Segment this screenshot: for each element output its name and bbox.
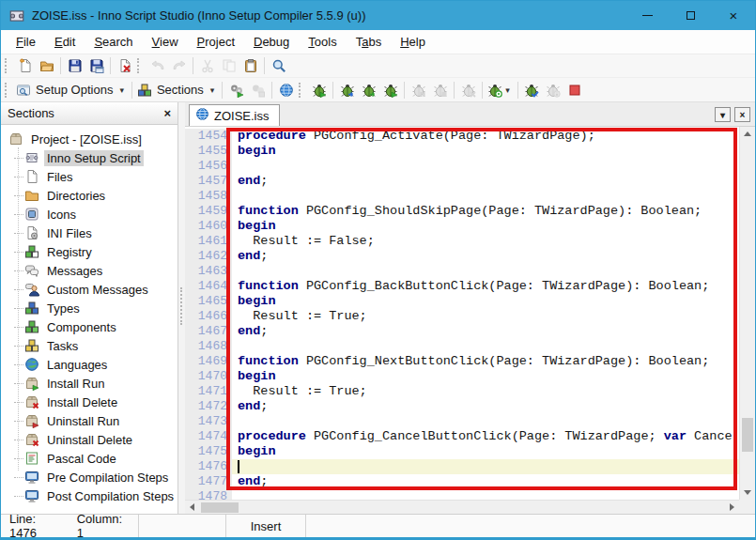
sidebar-item-uninstall-run[interactable]: Uninstall Run xyxy=(1,411,177,430)
toolbar-separator xyxy=(332,82,333,99)
code-text: Result := True; xyxy=(232,309,739,324)
toolbar-button-label: Sections xyxy=(157,83,204,97)
code-editor[interactable]: 1454procedure PGConfig_Activate(Page: TW… xyxy=(185,127,755,514)
toolbar-separator xyxy=(264,57,265,74)
sidebar-item-languages[interactable]: Languages xyxy=(1,355,177,374)
horizontal-scroll-thumb[interactable] xyxy=(201,502,239,513)
sections-cubes-button[interactable]: Sections▾ xyxy=(135,79,219,100)
open-folder-icon xyxy=(39,58,54,73)
line-number: 1470 xyxy=(185,369,232,384)
tree-item-label: Languages xyxy=(44,357,110,373)
sidebar-item-pre-compilation-steps[interactable]: Pre Compilation Steps xyxy=(1,468,177,486)
code-text xyxy=(232,339,739,354)
toggle-breakpoint-bug-button[interactable] xyxy=(521,79,543,100)
code-line-1466: 1466 Result := True; xyxy=(185,309,739,324)
panel-splitter[interactable] xyxy=(178,102,185,514)
menu-file[interactable]: File xyxy=(7,31,45,53)
menu-debug[interactable]: Debug xyxy=(244,31,299,53)
code-text: begin xyxy=(232,444,739,459)
tree-connector xyxy=(14,308,23,309)
scroll-left-arrow[interactable] xyxy=(185,501,199,515)
sidebar-item-custom-messages[interactable]: Custom Messages xyxy=(1,280,177,299)
save-as-icon xyxy=(89,58,104,73)
scroll-down-arrow[interactable] xyxy=(740,486,754,500)
menu-project[interactable]: Project xyxy=(188,31,244,53)
languages-globe-icon xyxy=(24,357,44,372)
horizontal-scrollbar[interactable] xyxy=(185,500,739,514)
toolbar-separator xyxy=(222,82,223,99)
run-to-cursor-bug-button[interactable] xyxy=(379,79,401,100)
sidebar-item-pascal-code[interactable]: Pascal Code xyxy=(1,449,177,468)
tree-item-label: Pascal Code xyxy=(44,451,119,467)
run-to-cursor-bug-icon xyxy=(383,83,398,98)
menu-help[interactable]: Help xyxy=(391,31,435,53)
toolbar-separator xyxy=(271,82,272,99)
sidebar-item-tasks[interactable]: Tasks xyxy=(1,336,177,355)
sidebar-item-components[interactable]: Components xyxy=(1,317,177,336)
sections-panel-close-icon[interactable]: × xyxy=(163,107,171,119)
code-text: function PGConfig_BackButtonClick(Page: … xyxy=(232,279,739,294)
compile-gears-button[interactable] xyxy=(225,79,247,100)
sidebar-item-icons[interactable]: Icons xyxy=(1,205,177,224)
menu-tabs[interactable]: Tabs xyxy=(347,31,391,53)
sidebar-item-inno-setup-script[interactable]: Inno Setup Script xyxy=(1,148,177,167)
maximize-button[interactable] xyxy=(669,1,712,30)
setup-options-button[interactable]: Setup Options▾ xyxy=(14,79,129,100)
minimize-button[interactable] xyxy=(625,1,669,30)
tree-item-label: Pre Compilation Steps xyxy=(44,470,171,486)
sidebar-item-project-zoise-iss[interactable]: Project - [ZOISE.iss] xyxy=(1,130,177,148)
tree-item-label: Uninstall Run xyxy=(44,413,122,429)
sidebar-item-install-run[interactable]: Install Run xyxy=(1,374,177,393)
sidebar-item-types[interactable]: Types xyxy=(1,299,177,317)
sidebar-item-install-delete[interactable]: Install Delete xyxy=(1,393,177,411)
tab-label: ZOISE.iss xyxy=(214,109,270,123)
menu-search[interactable]: Search xyxy=(85,31,142,53)
find-button[interactable] xyxy=(268,55,289,77)
chevron-down-icon: ▾ xyxy=(720,110,725,120)
vertical-scrollbar[interactable] xyxy=(739,127,755,500)
vertical-scroll-thumb[interactable] xyxy=(742,418,753,452)
line-number: 1456 xyxy=(185,159,232,174)
script-scroll-icon xyxy=(24,150,44,165)
uninstall-run-box-icon xyxy=(24,413,44,428)
save-button[interactable] xyxy=(64,55,85,77)
menu-tools[interactable]: Tools xyxy=(299,31,346,53)
stop-bug-button xyxy=(429,79,451,100)
debug-run-bug-button[interactable] xyxy=(308,79,330,100)
code-text: procedure PGConfig_Activate(Page: TWizar… xyxy=(232,129,739,144)
tree-connector xyxy=(14,383,23,384)
tree-connector xyxy=(14,402,23,403)
close-button[interactable]: × xyxy=(712,1,755,30)
new-file-button[interactable] xyxy=(14,55,36,77)
menu-view[interactable]: View xyxy=(143,31,188,53)
close-file-button[interactable] xyxy=(114,55,135,77)
sections-panel: Sections × Project - [ZOISE.iss]Inno Set… xyxy=(1,102,178,514)
tree-connector xyxy=(14,214,23,215)
tab-close-button[interactable]: × xyxy=(734,107,750,122)
sidebar-item-uninstall-delete[interactable]: Uninstall Delete xyxy=(1,430,177,449)
step-over-bug-button[interactable] xyxy=(358,79,379,100)
inno-globe-button[interactable] xyxy=(275,79,297,100)
save-as-button[interactable] xyxy=(85,55,107,77)
sidebar-item-messages[interactable]: Messages xyxy=(1,261,177,280)
menu-edit[interactable]: Edit xyxy=(45,31,85,53)
sidebar-item-directories[interactable]: Directories xyxy=(1,186,177,205)
sidebar-item-post-compilation-steps[interactable]: Post Compilation Steps xyxy=(1,486,177,505)
paste-button[interactable] xyxy=(239,55,261,77)
breakpoint-target-bug-button[interactable]: ▾ xyxy=(486,79,515,100)
scroll-right-arrow[interactable] xyxy=(725,501,739,515)
tab-list-dropdown-button[interactable]: ▾ xyxy=(715,107,731,122)
editor-tab-strip: ZOISE.iss ▾ × xyxy=(185,102,755,127)
stop-square-button[interactable] xyxy=(564,79,586,100)
step-into-bug-button[interactable] xyxy=(336,79,358,100)
tab-zoise-iss[interactable]: ZOISE.iss xyxy=(189,104,280,126)
sidebar-item-registry[interactable]: Registry xyxy=(1,242,177,261)
sidebar-item-files[interactable]: Files xyxy=(1,167,177,186)
line-number: 1463 xyxy=(185,264,232,279)
scroll-up-arrow[interactable] xyxy=(740,127,754,141)
open-folder-button[interactable] xyxy=(36,55,57,77)
sections-tree: Project - [ZOISE.iss]Inno Setup ScriptFi… xyxy=(1,125,177,514)
code-line-1463: 1463 xyxy=(185,264,739,279)
code-line-1455: 1455begin xyxy=(185,144,739,159)
sidebar-item-ini-files[interactable]: INI Files xyxy=(1,224,177,242)
